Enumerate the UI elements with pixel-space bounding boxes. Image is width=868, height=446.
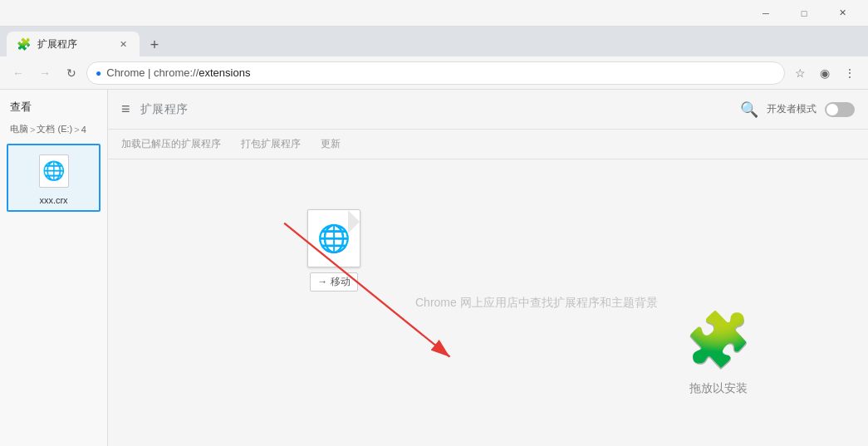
dev-mode-toggle[interactable] [825, 102, 855, 117]
subnav-load[interactable]: 加载已解压的扩展程序 [121, 135, 221, 153]
watermark-text: Chrome 网上应用店中查找扩展程序和主题背景 [415, 296, 658, 311]
breadcrumb-drive: 文档 (E:) [37, 123, 72, 135]
subnav-update[interactable]: 更新 [321, 135, 341, 153]
crx-file-item[interactable]: 🌐 xxx.crx [7, 144, 101, 212]
breadcrumb: 电脑 > 文档 (E:) > 4 [0, 121, 107, 137]
breadcrumb-folder: 4 [81, 125, 86, 135]
bookmark-button[interactable]: ☆ [788, 61, 812, 85]
dragged-fold [348, 210, 360, 233]
forward-button[interactable]: → [33, 61, 56, 85]
profile-button[interactable]: ◉ [813, 61, 836, 85]
dragged-file-icon: 🌐 [307, 209, 360, 267]
extensions-tab[interactable]: 🧩 扩展程序 ✕ [7, 32, 140, 56]
tab-close-button[interactable]: ✕ [116, 37, 130, 51]
subnav-pack[interactable]: 打包扩展程序 [241, 135, 301, 153]
breadcrumb-sep2: > [74, 125, 79, 135]
back-button[interactable]: ← [7, 61, 30, 85]
move-badge: → 移动 [310, 272, 357, 292]
arrow-container [108, 159, 868, 446]
ie-logo-small: 🌐 [42, 160, 65, 182]
main-layout: 查看 电脑 > 文档 (E:) > 4 🌐 xxx.crx ≡ 扩展程序 [0, 90, 868, 446]
dragged-ie-logo: 🌐 [317, 223, 351, 254]
toolbar: ← → ↻ ● Chrome | chrome://extensions ☆ ◉… [0, 56, 868, 90]
dev-mode-label: 开发者模式 [767, 102, 817, 116]
extensions-header-right: 🔍 开发者模式 [740, 100, 855, 119]
crx-paper: 🌐 [39, 154, 69, 188]
tab-label: 扩展程序 [37, 37, 77, 51]
secure-icon: ● [96, 67, 101, 79]
breadcrumb-sep1: > [30, 125, 35, 135]
tab-icon: 🧩 [17, 37, 31, 51]
maximize-button[interactable]: □ [785, 0, 823, 27]
breadcrumb-computer: 电脑 [10, 123, 28, 135]
file-panel: 查看 电脑 > 文档 (E:) > 4 🌐 xxx.crx [0, 90, 108, 446]
window-controls: ─ □ ✕ [747, 0, 861, 27]
toolbar-right: ☆ ◉ ⋮ [788, 61, 861, 85]
reload-button[interactable]: ↻ [60, 61, 83, 85]
new-tab-button[interactable]: + [143, 33, 166, 56]
extensions-menu-icon[interactable]: ≡ [121, 100, 130, 118]
extensions-header: ≡ 扩展程序 🔍 开发者模式 [108, 90, 868, 130]
title-bar: ─ □ ✕ [0, 0, 868, 27]
menu-button[interactable]: ⋮ [838, 61, 861, 85]
extensions-title: 扩展程序 [140, 102, 189, 117]
extensions-subnav: 加载已解压的扩展程序 打包扩展程序 更新 [108, 130, 868, 159]
crx-file-icon-container: 🌐 [33, 150, 75, 192]
extensions-page: ≡ 扩展程序 🔍 开发者模式 加载已解压的扩展程序 打包扩展程序 更新 Chro… [108, 90, 868, 446]
extensions-body: Chrome 网上应用店中查找扩展程序和主题背景 🌐 → 移动 [108, 159, 868, 446]
minimize-button[interactable]: ─ [747, 0, 785, 27]
url-path: extensions [199, 66, 250, 79]
dragged-file: 🌐 → 移动 [307, 209, 360, 292]
drop-label: 拖放以安装 [689, 381, 748, 396]
drop-zone: 🧩 拖放以安装 [685, 309, 752, 396]
url-domain: Chrome | chrome:// [106, 66, 199, 79]
url-display: Chrome | chrome://extensions [106, 66, 776, 79]
close-button[interactable]: ✕ [823, 0, 861, 27]
file-panel-title: 查看 [0, 96, 107, 121]
tab-bar: 🧩 扩展程序 ✕ + [0, 27, 868, 56]
crx-icon: 🌐 [36, 153, 72, 189]
address-bar[interactable]: ● Chrome | chrome://extensions [86, 61, 785, 85]
extensions-search-icon[interactable]: 🔍 [740, 100, 758, 119]
puzzle-icon: 🧩 [685, 309, 752, 371]
crx-file-label: xxx.crx [39, 195, 67, 205]
drag-arrow [108, 159, 868, 446]
